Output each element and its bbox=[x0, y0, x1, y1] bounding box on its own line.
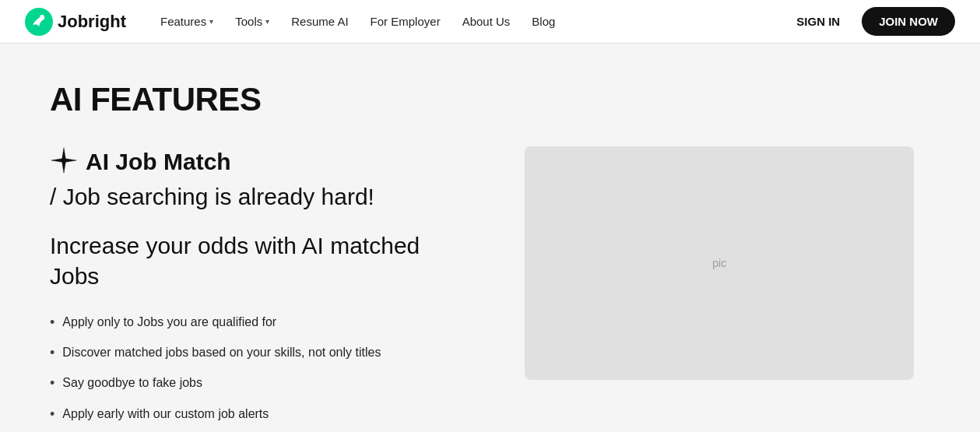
list-item: • Discover matched jobs based on your sk… bbox=[50, 343, 472, 363]
main-content: AI FEATURES AI Job Match / Job searching… bbox=[0, 44, 980, 432]
feature-image: pic bbox=[525, 146, 914, 380]
list-item: • Say goodbye to fake jobs bbox=[50, 374, 472, 393]
feature-right: pic bbox=[509, 146, 931, 380]
feature-heading-rest: / Job searching is already hard! bbox=[50, 181, 374, 212]
sign-in-button[interactable]: SIGN IN bbox=[787, 9, 849, 34]
bullet-dot: • bbox=[50, 343, 54, 363]
page-title: AI FEATURES bbox=[50, 81, 930, 118]
list-item: • Apply early with our custom job alerts bbox=[50, 405, 472, 424]
main-nav: Features ▾ Tools ▾ Resume AI For Employe… bbox=[151, 9, 787, 34]
feature-left: AI Job Match / Job searching is already … bbox=[50, 146, 472, 424]
nav-item-blog[interactable]: Blog bbox=[522, 9, 564, 34]
logo-text: Jobright bbox=[58, 12, 126, 32]
list-item: • Apply only to Jobs you are qualified f… bbox=[50, 313, 472, 332]
bullet-dot: • bbox=[50, 405, 54, 424]
sparkle-icon bbox=[50, 146, 78, 174]
navbar-actions: SIGN IN JOIN NOW bbox=[787, 7, 955, 36]
navbar: Jobright Features ▾ Tools ▾ Resume AI Fo… bbox=[0, 0, 980, 44]
feature-heading-line2: Increase your odds with AI matched Jobs bbox=[50, 230, 472, 291]
logo-icon bbox=[25, 8, 53, 36]
chevron-down-icon: ▾ bbox=[209, 17, 213, 26]
svg-point-1 bbox=[40, 15, 44, 19]
feature-heading-bold: AI Job Match bbox=[86, 146, 231, 177]
bullet-dot: • bbox=[50, 313, 54, 332]
feature-heading-line1: AI Job Match / Job searching is already … bbox=[50, 146, 472, 212]
logo-link[interactable]: Jobright bbox=[25, 8, 126, 36]
nav-item-about-us[interactable]: About Us bbox=[453, 9, 520, 34]
bullet-dot: • bbox=[50, 374, 54, 393]
chevron-down-icon: ▾ bbox=[265, 17, 269, 26]
nav-item-features[interactable]: Features ▾ bbox=[151, 9, 223, 34]
join-now-button[interactable]: JOIN NOW bbox=[862, 7, 955, 36]
bullet-list: • Apply only to Jobs you are qualified f… bbox=[50, 313, 472, 424]
nav-item-for-employer[interactable]: For Employer bbox=[361, 9, 450, 34]
nav-item-tools[interactable]: Tools ▾ bbox=[226, 9, 279, 34]
nav-item-resume-ai[interactable]: Resume AI bbox=[282, 9, 357, 34]
feature-section: AI Job Match / Job searching is already … bbox=[50, 146, 930, 424]
